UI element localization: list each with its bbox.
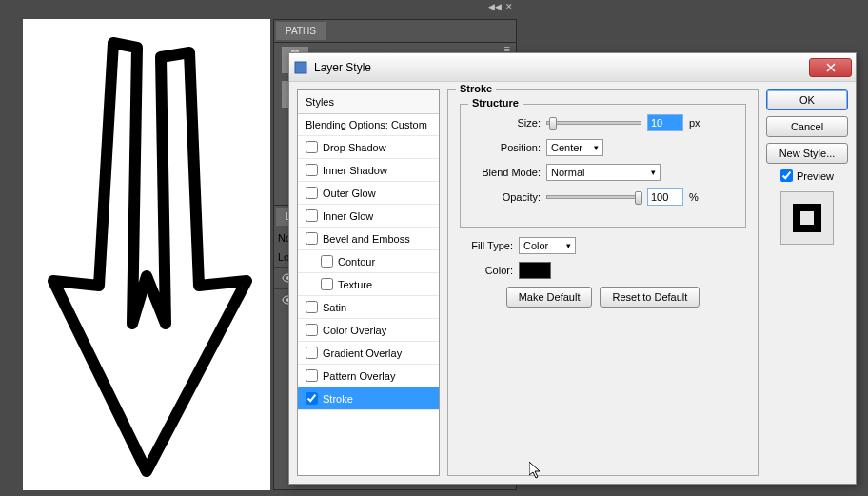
arrow-shape-icon [23, 19, 270, 490]
item-label: Satin [323, 302, 346, 313]
outer-glow-checkbox[interactable] [306, 187, 318, 199]
collapse-icon[interactable]: ◀◀ [488, 2, 502, 17]
style-item-contour[interactable]: Contour [298, 250, 439, 273]
inner-shadow-checkbox[interactable] [306, 164, 318, 176]
dialog-titlebar[interactable]: Layer Style [289, 53, 856, 82]
close-panel-icon[interactable]: ✕ [505, 2, 513, 17]
style-item-texture[interactable]: Texture [298, 273, 439, 296]
close-icon [826, 63, 836, 72]
item-label: Bevel and Emboss [323, 233, 410, 245]
item-label: Stroke [323, 393, 353, 405]
satin-checkbox[interactable] [306, 301, 318, 313]
stroke-groupbox: Stroke Structure Size: px Position: Cent… [447, 89, 759, 476]
preview-inner-icon [793, 204, 821, 232]
contour-checkbox[interactable] [321, 255, 333, 268]
preview-checkbox[interactable] [780, 169, 793, 182]
inner-glow-checkbox[interactable] [306, 209, 318, 222]
cancel-button[interactable]: Cancel [766, 116, 848, 137]
dialog-right-column: OK Cancel New Style... Preview [766, 89, 848, 476]
slider-thumb[interactable] [635, 191, 642, 205]
layer-style-dialog: Layer Style Styles Blending Options: Cus… [288, 52, 857, 485]
style-item-bevel-emboss[interactable]: Bevel and Emboss [298, 228, 439, 250]
size-slider[interactable] [546, 121, 641, 125]
color-swatch[interactable] [519, 262, 551, 279]
paths-panel-header: PATHS ≡ [274, 20, 516, 43]
item-label: Pattern Overlay [323, 370, 395, 382]
style-item-color-overlay[interactable]: Color Overlay [298, 319, 439, 342]
position-dropdown[interactable]: Center [546, 139, 603, 156]
blending-options-item[interactable]: Blending Options: Custom [298, 114, 439, 136]
canvas[interactable] [23, 19, 270, 490]
combo-value: Color [523, 240, 548, 251]
blend-mode-dropdown[interactable]: Normal [546, 164, 661, 181]
item-label: Texture [338, 279, 372, 290]
style-item-satin[interactable]: Satin [298, 296, 439, 319]
styles-header[interactable]: Styles [298, 90, 439, 114]
opacity-unit: % [689, 191, 699, 203]
structure-title: Structure [468, 97, 523, 109]
stroke-settings-area: Stroke Structure Size: px Position: Cent… [447, 89, 759, 476]
dialog-title: Layer Style [314, 61, 809, 74]
color-overlay-checkbox[interactable] [306, 324, 318, 336]
styles-list: Styles Blending Options: Custom Drop Sha… [297, 89, 440, 476]
blend-mode-label: Blend Mode: [472, 167, 541, 178]
structure-groupbox: Structure Size: px Position: Center Blen… [460, 104, 746, 228]
bevel-emboss-checkbox[interactable] [306, 232, 318, 245]
close-button[interactable] [809, 58, 852, 77]
fill-type-dropdown[interactable]: Color [519, 237, 576, 254]
opacity-slider[interactable] [546, 195, 641, 199]
texture-checkbox[interactable] [321, 278, 333, 290]
stroke-checkbox[interactable] [306, 392, 318, 405]
item-label: Gradient Overlay [323, 347, 402, 359]
panel-tabs-extra: ◀◀ ✕ [273, 2, 517, 17]
dialog-icon [293, 60, 308, 75]
item-label: Drop Shadow [323, 142, 386, 153]
color-label: Color: [460, 265, 513, 276]
pattern-overlay-checkbox[interactable] [306, 369, 318, 382]
new-style-button[interactable]: New Style... [766, 143, 848, 164]
preview-label: Preview [797, 170, 834, 182]
item-label: Outer Glow [323, 188, 376, 199]
ok-button[interactable]: OK [766, 89, 848, 110]
slider-thumb[interactable] [549, 117, 557, 130]
combo-value: Center [551, 142, 582, 153]
reset-default-button[interactable]: Reset to Default [600, 287, 700, 308]
stroke-title: Stroke [456, 83, 496, 94]
paths-tab[interactable]: PATHS [276, 22, 326, 40]
style-item-gradient-overlay[interactable]: Gradient Overlay [298, 342, 439, 365]
svg-rect-4 [295, 62, 306, 73]
style-item-drop-shadow[interactable]: Drop Shadow [298, 136, 439, 159]
drop-shadow-checkbox[interactable] [306, 141, 318, 153]
item-label: Inner Shadow [323, 165, 387, 176]
make-default-button[interactable]: Make Default [506, 287, 593, 308]
combo-value: Normal [551, 167, 584, 178]
item-label: Contour [338, 256, 375, 268]
style-item-inner-shadow[interactable]: Inner Shadow [298, 159, 439, 182]
size-label: Size: [472, 117, 541, 129]
style-item-stroke[interactable]: Stroke [298, 387, 439, 410]
opacity-input[interactable] [647, 188, 683, 206]
preview-swatch [780, 191, 834, 245]
item-label: Color Overlay [323, 325, 386, 336]
style-item-outer-glow[interactable]: Outer Glow [298, 182, 439, 205]
style-item-pattern-overlay[interactable]: Pattern Overlay [298, 365, 439, 387]
gradient-overlay-checkbox[interactable] [306, 347, 318, 359]
fill-type-label: Fill Type: [460, 240, 513, 251]
opacity-label: Opacity: [472, 191, 541, 203]
size-input[interactable] [647, 114, 683, 131]
item-label: Inner Glow [323, 210, 373, 222]
style-item-inner-glow[interactable]: Inner Glow [298, 205, 439, 228]
size-unit: px [689, 117, 700, 129]
position-label: Position: [472, 142, 541, 153]
